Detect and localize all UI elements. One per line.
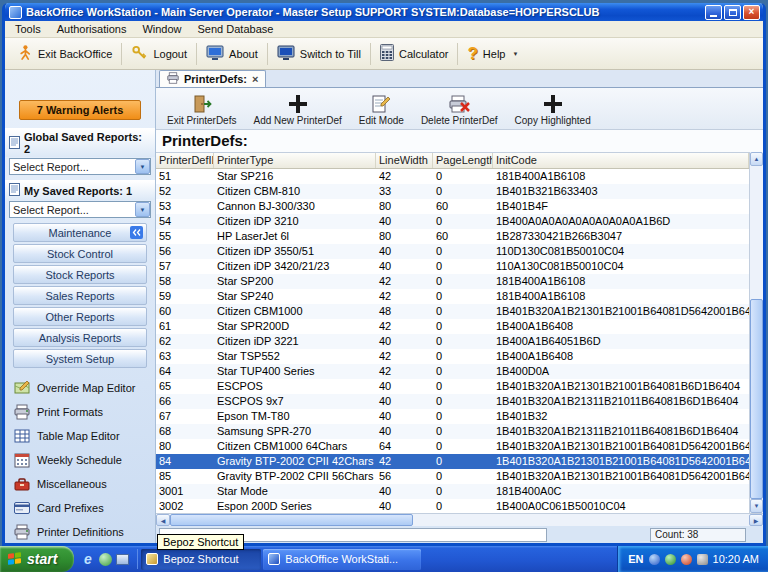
calculator-button[interactable]: Calculator bbox=[373, 41, 456, 66]
my-report-select[interactable]: Select Report... ▼ bbox=[9, 201, 151, 218]
cell-printertype: Citizen iDP 3550/51 bbox=[214, 244, 376, 259]
tray-alert-icon[interactable] bbox=[681, 554, 692, 565]
table-row[interactable]: 66 ESCPOS 9x7 40 0 1B401B320A1B21311B210… bbox=[156, 394, 749, 409]
sidebar-item-stock-reports[interactable]: Stock Reports bbox=[13, 265, 147, 284]
sidebar-item-sales-reports[interactable]: Sales Reports bbox=[13, 286, 147, 305]
column-linewidth[interactable]: LineWidth bbox=[376, 153, 433, 168]
chevron-down-icon[interactable]: ▼ bbox=[135, 159, 150, 174]
table-row[interactable]: 54 Citizen iDP 3210 40 0 1B400A0A0A0A0A0… bbox=[156, 214, 749, 229]
warning-alerts-button[interactable]: 7 Warning Alerts bbox=[19, 100, 141, 120]
sidebar-item-override-map-editor[interactable]: Override Map Editor bbox=[5, 376, 155, 400]
column-initcode[interactable]: InitCode bbox=[493, 153, 749, 168]
horizontal-scroll-track[interactable] bbox=[170, 514, 749, 526]
column-pagelength[interactable]: PageLength bbox=[433, 153, 493, 168]
delete-printerdef-button[interactable]: Delete PrinterDef bbox=[414, 89, 505, 128]
sidebar-item-stock-control[interactable]: Stock Control bbox=[13, 244, 147, 263]
start-label: start bbox=[27, 551, 57, 567]
table-row[interactable]: 85 Gravity BTP-2002 CPII 56Chars 56 0 1B… bbox=[156, 469, 749, 484]
logout-button[interactable]: Logout bbox=[124, 41, 194, 66]
menu-window[interactable]: Window bbox=[134, 21, 189, 37]
collapse-panel-icon[interactable] bbox=[130, 226, 143, 241]
table-row[interactable]: 65 ESCPOS 40 0 1B401B320A1B21301B21001B6… bbox=[156, 379, 749, 394]
cell-linewidth: 40 bbox=[376, 259, 433, 274]
cell-pagelength: 0 bbox=[433, 289, 493, 304]
menu-authorisations[interactable]: Authorisations bbox=[49, 21, 135, 37]
help-button[interactable]: ? Help ▼ bbox=[460, 42, 525, 65]
sidebar-item-maintenance[interactable]: Maintenance bbox=[13, 223, 147, 242]
scroll-left-icon[interactable]: ◀ bbox=[156, 514, 170, 526]
help-dropdown-icon[interactable]: ▼ bbox=[512, 51, 518, 57]
table-row[interactable]: 52 Citizen CBM-810 33 0 1B401B321B633403 bbox=[156, 184, 749, 199]
table-row[interactable]: 61 Star SPR200D 42 0 1B400A1B6408 bbox=[156, 319, 749, 334]
messenger-icon[interactable] bbox=[99, 553, 112, 566]
report-doc-icon bbox=[9, 136, 20, 151]
scroll-right-icon[interactable]: ▶ bbox=[749, 514, 763, 526]
task-bepoz-shortcut[interactable]: Bepoz Shortcut bbox=[141, 549, 261, 570]
chevron-down-icon[interactable]: ▼ bbox=[135, 202, 150, 217]
show-desktop-icon[interactable] bbox=[116, 554, 129, 565]
switch-to-till-button[interactable]: Switch to Till bbox=[270, 42, 368, 66]
sidebar-item-printer-definitions[interactable]: Printer Definitions bbox=[5, 520, 155, 543]
table-row[interactable]: 84 Gravity BTP-2002 CPII 42Chars 42 0 1B… bbox=[156, 454, 749, 469]
language-indicator[interactable]: EN bbox=[628, 553, 643, 565]
scroll-down-icon[interactable]: ▼ bbox=[750, 499, 763, 513]
tray-volume-icon[interactable] bbox=[697, 554, 708, 565]
sidebar-item-analysis-reports[interactable]: Analysis Reports bbox=[13, 328, 147, 347]
column-printertype[interactable]: PrinterType bbox=[214, 153, 376, 168]
menu-tools[interactable]: Tools bbox=[7, 21, 49, 37]
titlebar[interactable]: BackOffice WorkStation - Main Server Ope… bbox=[5, 3, 763, 21]
sidebar-item-other-reports[interactable]: Other Reports bbox=[13, 307, 147, 326]
table-row[interactable]: 53 Cannon BJ-300/330 80 60 1B401B4F bbox=[156, 199, 749, 214]
table-row[interactable]: 3001 Star Mode 40 0 181B400A0C bbox=[156, 484, 749, 499]
task-backoffice-workstation[interactable]: BackOffice WorkStati... bbox=[263, 549, 421, 570]
add-printerdef-button[interactable]: Add New PrinterDef bbox=[246, 89, 348, 128]
sidebar-item-system-setup[interactable]: System Setup bbox=[13, 349, 147, 368]
table-row[interactable]: 67 Epson TM-T80 40 0 1B401B32 bbox=[156, 409, 749, 424]
vertical-scrollbar[interactable]: ▲ ▼ bbox=[749, 152, 763, 513]
close-button[interactable]: × bbox=[743, 5, 760, 20]
table-row[interactable]: 58 Star SP200 42 0 181B400A1B6108 bbox=[156, 274, 749, 289]
menu-send-database[interactable]: Send Database bbox=[190, 21, 282, 37]
table-row[interactable]: 64 Star TUP400 Series 42 0 1B400D0A bbox=[156, 364, 749, 379]
about-button[interactable]: About bbox=[199, 42, 265, 66]
sidebar-item-table-map-editor[interactable]: Table Map Editor bbox=[5, 424, 155, 448]
sidebar-item-weekly-schedule[interactable]: Weekly Schedule bbox=[5, 448, 155, 472]
vertical-scroll-track[interactable] bbox=[750, 166, 763, 499]
tab-printerdefs[interactable]: PrinterDefs: × bbox=[159, 70, 266, 87]
horizontal-scroll-thumb[interactable] bbox=[170, 514, 413, 526]
cell-linewidth: 64 bbox=[376, 439, 433, 454]
sidebar-item-print-formats[interactable]: Print Formats bbox=[5, 400, 155, 424]
table-row[interactable]: 63 Star TSP552 42 0 1B400A1B6408 bbox=[156, 349, 749, 364]
sidebar-item-card-prefixes[interactable]: Card Prefixes bbox=[5, 496, 155, 520]
global-report-select[interactable]: Select Report... ▼ bbox=[9, 158, 151, 175]
exit-printerdefs-button[interactable]: Exit PrinterDefs bbox=[160, 89, 243, 128]
clock[interactable]: 10:20 AM bbox=[713, 553, 759, 565]
vertical-scroll-thumb[interactable] bbox=[750, 299, 763, 499]
tray-info-icon[interactable] bbox=[649, 554, 660, 565]
internet-explorer-icon[interactable]: e bbox=[80, 552, 95, 567]
maximize-button[interactable] bbox=[724, 5, 741, 20]
horizontal-scrollbar[interactable]: ◀ ▶ bbox=[156, 513, 763, 526]
table-row[interactable]: 59 Star SP240 42 0 181B400A1B6108 bbox=[156, 289, 749, 304]
table-row[interactable]: 60 Citizen CBM1000 48 0 1B401B320A1B2130… bbox=[156, 304, 749, 319]
scroll-up-icon[interactable]: ▲ bbox=[750, 152, 763, 166]
tab-close-icon[interactable]: × bbox=[252, 73, 258, 85]
edit-mode-button[interactable]: Edit Mode bbox=[352, 89, 411, 128]
table-row[interactable]: 57 Citizen iDP 3420/21/23 40 0 110A130C0… bbox=[156, 259, 749, 274]
start-button[interactable]: start bbox=[0, 546, 74, 572]
table-row[interactable]: 62 Citizen iDP 3221 40 0 1B400A1B64051B6… bbox=[156, 334, 749, 349]
table-row[interactable]: 3002 Espon 200D Series 40 0 1B400A0C061B… bbox=[156, 499, 749, 513]
sidebar-item-miscellaneous[interactable]: Miscellaneous bbox=[5, 472, 155, 496]
copy-highlighted-button[interactable]: Copy Highlighted bbox=[508, 89, 598, 128]
cell-printertype: Star SP216 bbox=[214, 169, 376, 184]
table-row[interactable]: 68 Samsung SPR-270 40 0 1B401B320A1B2131… bbox=[156, 424, 749, 439]
column-printerdefid[interactable]: PrinterDefID bbox=[156, 153, 214, 168]
tray-shield-icon[interactable] bbox=[665, 554, 676, 565]
table-row[interactable]: 56 Citizen iDP 3550/51 40 0 110D130C081B… bbox=[156, 244, 749, 259]
cell-pagelength: 0 bbox=[433, 259, 493, 274]
table-row[interactable]: 51 Star SP216 42 0 181B400A1B6108 bbox=[156, 169, 749, 184]
table-row[interactable]: 55 HP LaserJet 6l 80 60 1B287330421B266B… bbox=[156, 229, 749, 244]
exit-backoffice-button[interactable]: Exit BackOffice bbox=[9, 41, 119, 66]
table-row[interactable]: 80 Citizen CBM1000 64Chars 64 0 1B401B32… bbox=[156, 439, 749, 454]
minimize-button[interactable] bbox=[705, 5, 722, 20]
